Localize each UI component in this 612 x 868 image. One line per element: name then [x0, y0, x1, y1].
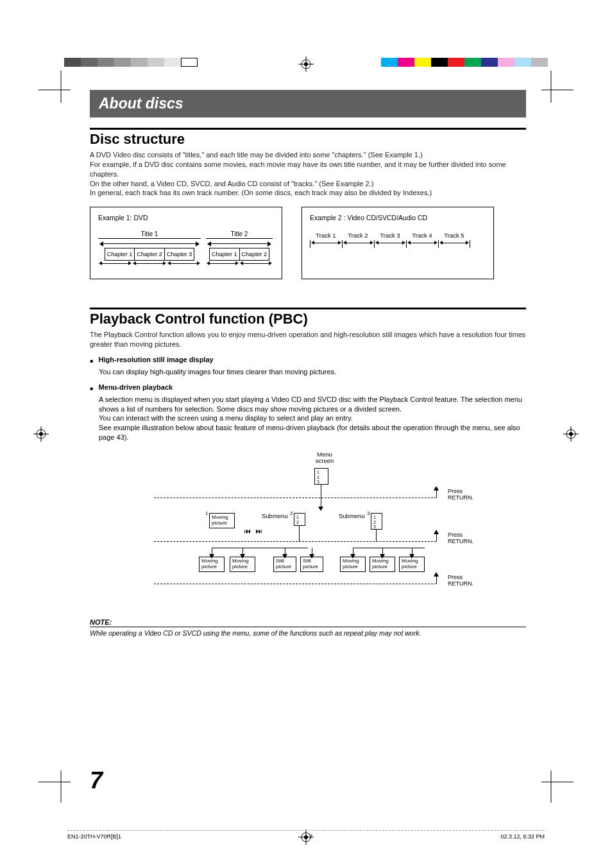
- moving-picture-box: Moving picture: [230, 557, 255, 572]
- section-banner: About discs: [90, 90, 526, 117]
- body-text: The Playback Control function allows you…: [90, 330, 526, 349]
- chapter-cell: Chapter 2: [135, 248, 165, 260]
- registration-cross-icon: [563, 426, 579, 442]
- page-number: 7: [90, 767, 103, 794]
- chapter-cell: Chapter 2: [240, 248, 269, 260]
- registration-cross-icon: [33, 426, 49, 442]
- press-return-label: Press RETURN.: [448, 532, 473, 545]
- prev-icon: ⏮: [244, 527, 251, 535]
- bullet-body: See example illustration below about bas…: [99, 423, 526, 442]
- next-icon: ⏭: [255, 527, 262, 535]
- footer-timestamp: 02.3.12, 6:32 PM: [500, 833, 545, 840]
- title-2-label: Title 2: [206, 230, 273, 239]
- moving-picture-box: Moving picture: [340, 557, 366, 572]
- still-picture-box: Still picture: [273, 557, 296, 572]
- svg-point-3: [304, 62, 308, 66]
- footer: EN1-20TH-V70R[B]1 7 02.3.12, 6:32 PM: [67, 830, 545, 840]
- num-label: 2: [290, 510, 293, 516]
- submenu-box: 1 2: [294, 513, 305, 526]
- title-1-label: Title 1: [98, 230, 201, 239]
- body-text: A DVD Video disc consists of "titles," a…: [90, 150, 526, 160]
- num-label: 3: [367, 510, 370, 516]
- bullet-body: A selection menu is displayed when you s…: [99, 395, 526, 414]
- menu-box: 1 2 3: [314, 468, 328, 485]
- footer-doc-id: EN1-20TH-V70R[B]1: [67, 833, 121, 840]
- track-label: Track 3: [374, 232, 406, 239]
- moving-picture-box: Moving picture: [199, 557, 225, 572]
- press-return-label: Press RETURN.: [448, 489, 473, 501]
- num-label: 1: [205, 510, 208, 516]
- submenu-box: 1 2 3: [371, 513, 382, 530]
- heading-pbc: Playback Control function (PBC): [90, 311, 526, 327]
- bullet-title: High-resolution still image display: [99, 356, 214, 367]
- divider: [90, 627, 526, 627]
- still-picture-box: Still picture: [300, 557, 323, 572]
- track-label: Track 2: [342, 232, 374, 239]
- chapter-cell: Chapter 1: [210, 248, 240, 260]
- divider: [90, 308, 526, 309]
- bullet-body: You can display high-quality images four…: [99, 367, 526, 377]
- body-text: In general, each track has its own track…: [90, 188, 526, 198]
- footer-page: 7: [309, 833, 312, 840]
- submenu-label: Submenu: [339, 513, 365, 519]
- heading-disc-structure: Disc structure: [90, 131, 526, 148]
- bullet-body: You can interact with the screen using a…: [99, 413, 526, 423]
- track-label: Track 4: [406, 232, 438, 239]
- example-1-diagram: Example 1: DVD Title 1 Chapter 1 Chapter…: [90, 207, 282, 279]
- chapter-cell: Chapter 3: [165, 248, 194, 260]
- moving-picture-box: Moving picture: [209, 513, 235, 528]
- svg-point-7: [39, 432, 43, 436]
- note-heading: NOTE:: [90, 618, 526, 626]
- menu-screen-label: Menu screen: [305, 451, 344, 465]
- registration-cross-icon: [298, 56, 314, 72]
- svg-point-11: [569, 432, 573, 436]
- moving-picture-box: Moving picture: [399, 557, 425, 572]
- body-text: On the other hand, a Video CD, SVCD, and…: [90, 179, 526, 189]
- body-text: For example, if a DVD disc contains some…: [90, 160, 526, 179]
- submenu-label: Submenu: [262, 513, 288, 519]
- track-label: Track 5: [438, 232, 470, 239]
- chapter-cell: Chapter 1: [105, 248, 135, 260]
- registration-marks-right: [381, 58, 548, 69]
- example-label: Example 2 : Video CD/SVCD/Audio CD: [310, 214, 486, 221]
- example-2-diagram: Example 2 : Video CD/SVCD/Audio CD Track…: [302, 207, 494, 279]
- track-label: Track 1: [310, 232, 342, 239]
- example-label: Example 1: DVD: [98, 214, 274, 221]
- divider: [90, 128, 526, 130]
- moving-picture-box: Moving picture: [370, 557, 395, 572]
- note-body: While operating a Video CD or SVCD using…: [90, 629, 526, 637]
- registration-marks-left: [64, 58, 198, 69]
- press-return-label: Press RETURN.: [448, 575, 473, 587]
- pbc-menu-diagram: Menu screen 1 2 3 1 Moving picture Subme…: [148, 451, 507, 605]
- bullet-title: Menu-driven playback: [99, 383, 173, 395]
